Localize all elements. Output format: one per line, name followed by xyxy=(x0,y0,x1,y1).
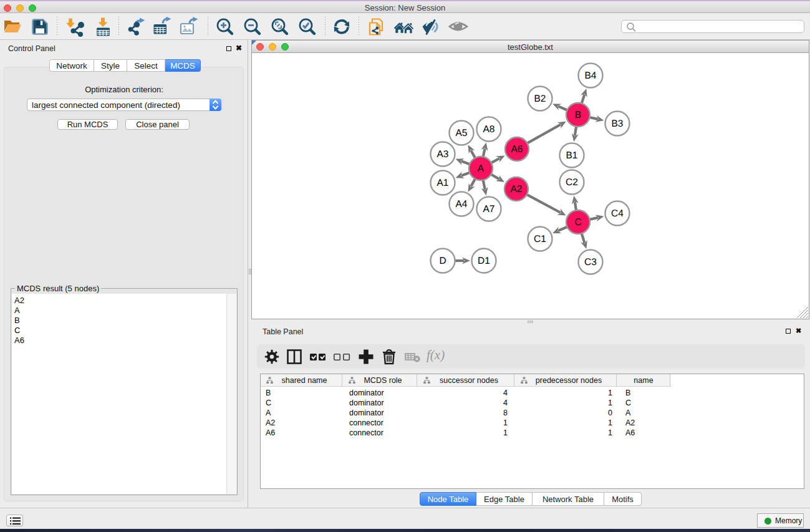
svg-text:A4: A4 xyxy=(456,199,468,210)
svg-text:A3: A3 xyxy=(437,149,449,160)
svg-text:A2: A2 xyxy=(511,184,523,195)
svg-text:B3: B3 xyxy=(612,118,624,129)
svg-text:D1: D1 xyxy=(478,256,490,266)
svg-text:A5: A5 xyxy=(456,128,468,138)
svg-text:C4: C4 xyxy=(611,208,624,219)
svg-text:A1: A1 xyxy=(437,178,449,188)
svg-text:A: A xyxy=(478,163,485,174)
svg-text:B4: B4 xyxy=(585,70,597,81)
svg-text:B2: B2 xyxy=(534,94,546,104)
svg-text:A6: A6 xyxy=(511,144,523,155)
svg-text:C: C xyxy=(574,217,581,228)
svg-text:A8: A8 xyxy=(483,124,495,135)
svg-text:B1: B1 xyxy=(566,150,578,161)
svg-text:C3: C3 xyxy=(584,257,597,268)
svg-text:A7: A7 xyxy=(483,204,495,215)
svg-text:C1: C1 xyxy=(534,234,546,244)
svg-text:D: D xyxy=(439,256,446,266)
svg-text:B: B xyxy=(575,110,581,120)
svg-text:C2: C2 xyxy=(566,177,578,188)
